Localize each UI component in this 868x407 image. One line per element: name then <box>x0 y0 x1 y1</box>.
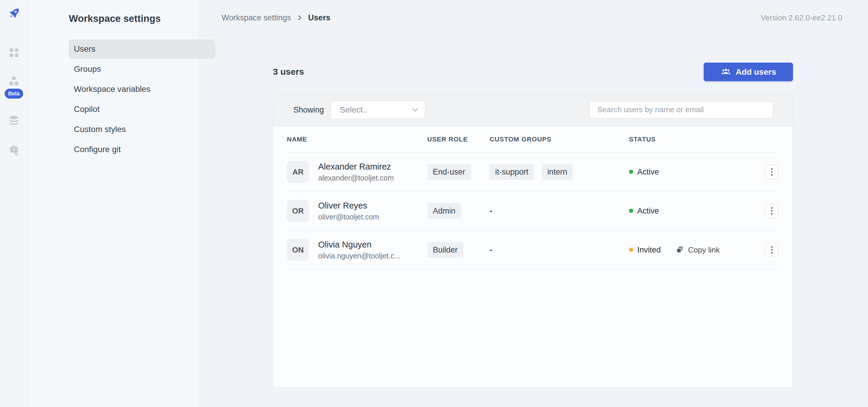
row-actions-button[interactable] <box>765 243 778 257</box>
add-users-button-label: Add users <box>736 67 776 77</box>
page-header: Workspace settings Users Version 2.62.0-… <box>198 0 868 36</box>
status-label: Active <box>637 206 659 215</box>
user-cell: ON Olivia Nguyen olivia.nguyen@tooljet.c… <box>287 239 400 261</box>
status-label: Invited <box>637 245 661 254</box>
avatar-initials: ON <box>292 245 304 254</box>
status-cell: Invited <box>629 245 661 254</box>
users-table-card: Showing Select.. NAME USER ROLE CUSTOM G… <box>273 93 793 387</box>
showing-label: Showing <box>293 105 324 114</box>
version-label: Version 2.62.0-ee2.21.0 <box>761 13 842 23</box>
audit-toolbox-icon[interactable] <box>7 144 20 157</box>
showing-select[interactable]: Select.. <box>331 101 425 119</box>
column-header-name: NAME <box>287 135 307 143</box>
breadcrumb: Workspace settings Users <box>222 13 330 23</box>
user-cell: OR Oliver Reyes oliver@tooljet.com <box>287 200 379 222</box>
avatar: OR <box>287 200 309 222</box>
avatar-initials: OR <box>292 206 304 215</box>
status-cell: Active <box>629 167 659 176</box>
user-role-badge: Builder <box>427 242 463 257</box>
marketplace-icon[interactable] <box>7 74 20 87</box>
add-users-group-icon <box>720 67 731 77</box>
custom-group-badge: it-support <box>490 164 534 180</box>
user-name: Oliver Reyes <box>318 200 379 210</box>
status-cell: Active <box>629 206 659 215</box>
user-cell: AR Alexander Ramirez alexander@tooljet.c… <box>287 161 394 183</box>
settings-menu: Users Groups Workspace variables Copilot… <box>68 39 215 160</box>
chevron-down-icon <box>411 105 420 114</box>
breadcrumb-current-users: Users <box>308 13 330 23</box>
user-role-badge: End-user <box>427 164 471 180</box>
sidebar-item-custom-styles[interactable]: Custom styles <box>68 120 215 139</box>
tooljet-logo-rocket-icon[interactable] <box>7 6 22 21</box>
breadcrumb-workspace-settings[interactable]: Workspace settings <box>222 13 291 23</box>
app-icon-rail: Beta <box>0 0 28 407</box>
custom-groups-cell: it-support intern <box>490 164 573 180</box>
custom-groups-cell: - <box>490 245 492 254</box>
status-dot <box>629 209 633 213</box>
no-groups-dash: - <box>490 245 492 254</box>
beta-badge: Beta <box>4 89 23 99</box>
custom-group-badge: intern <box>542 164 573 180</box>
table-header-row: NAME USER ROLE CUSTOM GROUPS STATUS <box>287 126 779 152</box>
copy-icon <box>675 245 684 254</box>
no-groups-dash: - <box>490 206 492 215</box>
search-users-input[interactable] <box>589 101 773 119</box>
user-name: Olivia Nguyen <box>318 240 400 249</box>
column-header-user-role: USER ROLE <box>427 135 468 143</box>
avatar: ON <box>287 239 309 261</box>
column-header-custom-groups: CUSTOM GROUPS <box>490 135 551 143</box>
user-email: oliver@tooljet.com <box>318 212 379 221</box>
settings-sidebar: Workspace settings Users Groups Workspac… <box>28 0 198 407</box>
status-dot <box>629 248 633 252</box>
add-users-button[interactable]: Add users <box>704 63 793 81</box>
sidebar-item-workspace-variables[interactable]: Workspace variables <box>68 80 215 99</box>
user-email: olivia.nguyen@tooljet.c... <box>318 251 400 260</box>
chevron-right-icon <box>296 14 303 22</box>
sidebar-item-users[interactable]: Users <box>68 39 215 59</box>
status-label: Active <box>637 167 659 176</box>
row-actions-button[interactable] <box>765 204 778 218</box>
table-row: AR Alexander Ramirez alexander@tooljet.c… <box>287 152 779 191</box>
user-email: alexander@tooljet.com <box>318 174 394 182</box>
sidebar-item-groups[interactable]: Groups <box>68 60 215 79</box>
sidebar-item-copilot[interactable]: Copilot <box>68 100 215 119</box>
status-dot <box>629 170 633 174</box>
sidebar-title: Workspace settings <box>69 13 161 24</box>
users-table: NAME USER ROLE CUSTOM GROUPS STATUS AR A… <box>287 126 779 269</box>
user-role-badge: Admin <box>427 203 461 219</box>
user-name: Alexander Ramirez <box>318 162 394 171</box>
users-count-heading: 3 users <box>273 67 304 77</box>
database-icon[interactable] <box>7 115 20 128</box>
workspace-settings-page: Beta Workspace settings Users Groups Wor… <box>0 0 868 407</box>
table-filter-bar: Showing Select.. <box>273 93 793 126</box>
table-row: ON Olivia Nguyen olivia.nguyen@tooljet.c… <box>287 230 779 269</box>
showing-select-value: Select.. <box>340 105 367 115</box>
copy-invite-link[interactable]: Copy link <box>675 245 720 254</box>
row-actions-button[interactable] <box>765 164 778 179</box>
custom-groups-cell: - <box>490 206 492 215</box>
apps-grid-icon[interactable] <box>7 46 20 59</box>
avatar-initials: AR <box>292 167 304 176</box>
copy-link-label: Copy link <box>688 245 720 254</box>
column-header-status: STATUS <box>629 135 656 143</box>
avatar: AR <box>287 161 309 183</box>
table-row: OR Oliver Reyes oliver@tooljet.com Admin… <box>287 191 779 230</box>
sidebar-item-configure-git[interactable]: Configure git <box>68 140 215 159</box>
